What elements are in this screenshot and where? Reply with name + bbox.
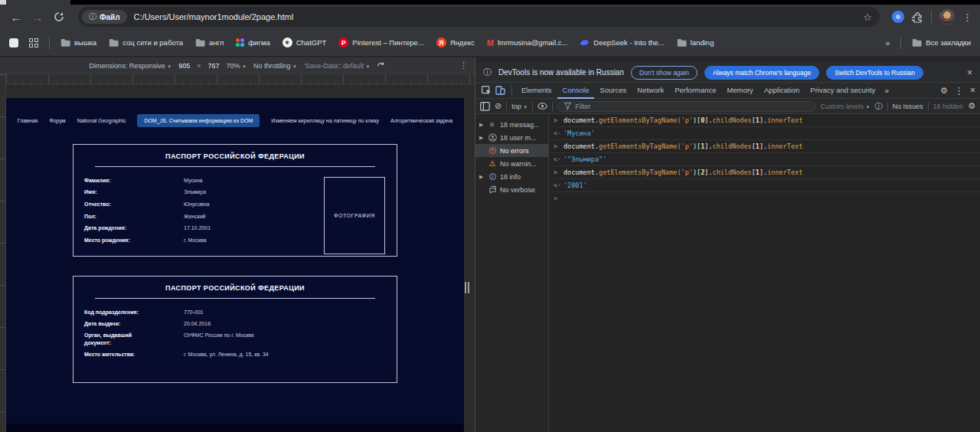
bookmark-label: соц сети и работа — [122, 38, 183, 47]
devtools-settings-icon[interactable]: ⚙ — [940, 86, 948, 96]
list-icon: ≡ — [490, 120, 495, 129]
all-bookmarks-folder[interactable]: Все закладки — [912, 38, 971, 47]
throttling-select[interactable]: No throttling ▼ — [253, 62, 297, 70]
field-value: 20.04.2016 — [184, 318, 397, 329]
zoom-select[interactable]: 70% ▼ — [226, 62, 246, 70]
console-filter-no-warnin-[interactable]: ⚠ No warnin... — [475, 157, 548, 170]
tabs-overflow-chevron[interactable]: » — [880, 87, 893, 95]
bookmark-item[interactable]: соц сети и работа — [109, 38, 183, 47]
toolbar-right-icons: ⋮ — [892, 9, 972, 25]
rotate-viewport-icon[interactable] — [377, 61, 385, 70]
devtools-menu-icon[interactable]: ⋮ — [954, 85, 964, 97]
tab-network[interactable]: Network — [632, 83, 669, 99]
page-nav-link[interactable]: National Geographic — [77, 118, 126, 123]
url-text[interactable]: C:/Users/User/maynor1module/2page.html — [134, 12, 858, 21]
browser-menu-icon[interactable]: ⋮ — [962, 11, 972, 23]
bookmark-item[interactable]: вышка — [60, 38, 96, 47]
dont-show-again-button[interactable]: Don't show again — [631, 66, 697, 80]
save-data-select[interactable]: 'Save-Data': default ▼ — [304, 62, 370, 70]
hidden-count-label[interactable]: 18 hidden — [933, 103, 964, 110]
console-prompt[interactable]: > — [549, 192, 980, 205]
console-filter-18-messag-[interactable]: ▶≡ 18 messag... — [475, 118, 548, 131]
console-filter-18-info[interactable]: ▶i 18 info — [475, 170, 548, 183]
tab-performance[interactable]: Performance — [669, 83, 721, 99]
bookmarks-divider-right — [900, 37, 901, 49]
console-filter-18-user-m-[interactable]: ▶ 18 user m... — [475, 131, 548, 144]
device-toolbar-menu-icon[interactable]: ⋮ — [459, 61, 468, 70]
devtools-close-icon[interactable]: × — [970, 85, 975, 96]
page-navbar: ГлавнаяФорумNational GeographicDOM_JS. С… — [6, 114, 464, 127]
bookmark-item[interactable]: фигма — [236, 38, 270, 47]
tab-application[interactable]: Application — [759, 83, 805, 99]
device-toolbar: Dimensions: Responsive ▼ 905 × 767 70% ▼… — [0, 57, 475, 74]
switch-to-russian-button[interactable]: Switch DevTools to Russian — [826, 66, 923, 80]
bookmark-item[interactable]: landing — [677, 38, 714, 47]
live-expression-eye-icon[interactable] — [537, 103, 547, 110]
page-nav-link[interactable]: Форум — [49, 118, 65, 123]
side-panel-icon[interactable] — [9, 38, 18, 47]
extension-icon[interactable] — [892, 11, 904, 23]
console-settings-icon[interactable]: ⚙ — [968, 101, 975, 111]
match-language-button[interactable]: Always match Chrome's language — [704, 66, 819, 80]
console-filter-no-errors[interactable]: × No errors — [475, 144, 548, 157]
tab-privacy-and-security[interactable]: Privacy and security — [805, 83, 880, 99]
bookmarks-overflow-chevron[interactable]: » — [885, 38, 890, 47]
dimensions-select[interactable]: Dimensions: Responsive ▼ — [90, 62, 172, 70]
folder-icon — [60, 38, 70, 47]
bookmark-item[interactable]: Mlmrmusina@gmail.c... — [487, 38, 568, 47]
address-bar[interactable]: ⓘ Файл C:/Users/User/maynor1module/2page… — [78, 7, 880, 27]
console-expression: document.getElementsByTagName('p')[0].ch… — [564, 116, 802, 124]
page-nav-link[interactable]: DOM_JS. Считываем информацию из DOM — [137, 114, 260, 127]
tab-console[interactable]: Console — [557, 83, 595, 99]
console-sidebar-toggle-icon[interactable] — [480, 102, 490, 111]
profile-avatar[interactable] — [939, 9, 955, 25]
reload-icon[interactable] — [54, 11, 64, 22]
bookmark-item[interactable]: ✳ChatGPT — [283, 38, 327, 47]
bookmark-star-icon[interactable]: ☆ — [863, 11, 872, 23]
inspect-element-icon[interactable] — [480, 85, 492, 97]
sidebar-row-label: 18 user m... — [500, 134, 537, 142]
sidebar-row-label: No errors — [500, 147, 529, 155]
forward-icon[interactable]: → — [29, 11, 46, 24]
infobar-close-icon[interactable]: × — [967, 67, 972, 78]
console-filter-no-verbose[interactable]: No verbose — [475, 183, 548, 196]
bookmark-item[interactable]: англ — [195, 38, 224, 47]
bookmark-item[interactable]: PPinterest – Пинтере... — [338, 38, 423, 47]
console-result-entry: <·'2001' — [549, 179, 980, 192]
console-toolbar: ⊘ top ▼ Filter Custom levels ▼ ⓘ No Issu… — [475, 99, 980, 114]
page-nav-link[interactable]: Алгоритмическая задача — [390, 118, 452, 123]
console-filter-input[interactable]: Filter — [557, 101, 815, 112]
console-messages[interactable]: >document.getElementsByTagName('p')[0].c… — [549, 114, 980, 432]
folder-icon — [677, 38, 687, 47]
field-label: Имя: — [84, 187, 150, 199]
extensions-puzzle-icon[interactable] — [912, 11, 923, 23]
bookmark-item[interactable]: DeepSeek - Into the... — [580, 38, 664, 47]
viewport-height-input[interactable]: 767 — [207, 62, 219, 70]
passport-card-1: ПАСПОРТ РОССИЙСКОЙ ФЕДЕРАЦИИ Фамилия:Мус… — [73, 144, 397, 257]
page-pane: Dimensions: Responsive ▼ 905 × 767 70% ▼… — [0, 57, 475, 432]
page-nav-link[interactable]: Изменяем кириллицу на латиницу по клику — [271, 118, 379, 123]
tab-sources[interactable]: Sources — [594, 83, 632, 99]
infobar-message: DevTools is now available in Russian — [498, 68, 624, 77]
tab-elements[interactable]: Elements — [516, 83, 557, 99]
back-icon[interactable]: ← — [8, 11, 24, 24]
bookmark-label: lmrmusina@gmail.c... — [498, 38, 567, 47]
vertical-ruler — [0, 74, 6, 432]
bookmarks-bar: вышкасоц сети и работаанглфигма✳ChatGPTP… — [0, 29, 980, 57]
file-scheme-chip[interactable]: ⓘ Файл — [82, 10, 127, 24]
viewport-resize-handle[interactable] — [465, 282, 470, 293]
device-toolbar-toggle-icon[interactable] — [494, 85, 506, 97]
bookmark-item[interactable]: ЯЯндекс — [436, 38, 475, 47]
browser-toolbar: ← → ⓘ Файл C:/Users/User/maynor1module/2… — [0, 5, 980, 29]
viewport-width-input[interactable]: 905 — [178, 62, 190, 70]
field-label: Отчество: — [84, 198, 150, 211]
console-input-entry: >document.getElementsByTagName('p')[0].c… — [549, 114, 980, 127]
tab-memory[interactable]: Memory — [722, 83, 759, 99]
page-nav-link[interactable]: Главная — [18, 118, 38, 123]
clear-console-icon[interactable]: ⊘ — [495, 101, 501, 111]
page-footer — [6, 424, 464, 432]
apps-grid-icon[interactable] — [29, 38, 38, 47]
custom-levels-select[interactable]: Custom levels ▼ — [821, 103, 871, 110]
context-selector[interactable]: top ▼ — [511, 103, 528, 110]
no-issues-label[interactable]: No Issues — [893, 103, 923, 110]
